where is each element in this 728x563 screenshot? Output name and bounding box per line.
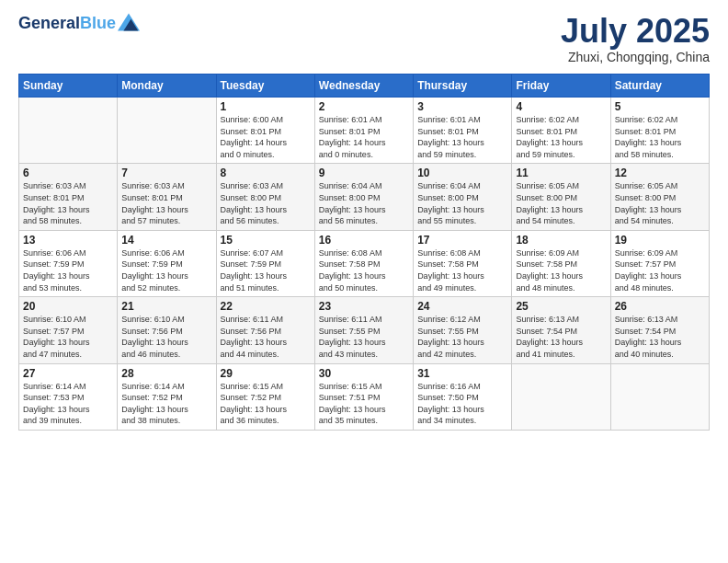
calendar-cell: 3Sunrise: 6:01 AM Sunset: 8:01 PM Daylig… [414,98,512,164]
day-number: 31 [417,367,507,380]
calendar-cell: 14Sunrise: 6:06 AM Sunset: 7:59 PM Dayli… [118,230,216,296]
calendar-cell: 29Sunrise: 6:15 AM Sunset: 7:52 PM Dayli… [216,363,314,430]
calendar-cell: 7Sunrise: 6:03 AM Sunset: 8:01 PM Daylig… [118,164,216,230]
day-number: 25 [516,300,606,313]
day-number: 8 [221,167,311,179]
day-number: 11 [516,167,606,179]
calendar-week-row: 27Sunrise: 6:14 AM Sunset: 7:53 PM Dayli… [19,363,710,430]
calendar-cell: 23Sunrise: 6:11 AM Sunset: 7:55 PM Dayli… [314,297,413,363]
day-info: Sunrise: 6:04 AM Sunset: 8:00 PM Dayligh… [319,180,409,226]
calendar-cell: 22Sunrise: 6:11 AM Sunset: 7:56 PM Dayli… [216,297,314,363]
day-info: Sunrise: 6:09 AM Sunset: 7:58 PM Dayligh… [516,247,606,293]
calendar-week-row: 13Sunrise: 6:06 AM Sunset: 7:59 PM Dayli… [19,230,710,296]
calendar-cell: 25Sunrise: 6:13 AM Sunset: 7:54 PM Dayli… [512,297,610,363]
day-number: 27 [23,367,113,380]
day-info: Sunrise: 6:15 AM Sunset: 7:51 PM Dayligh… [319,381,409,427]
calendar-cell: 18Sunrise: 6:09 AM Sunset: 7:58 PM Dayli… [512,230,610,296]
calendar-week-row: 6Sunrise: 6:03 AM Sunset: 8:01 PM Daylig… [19,164,710,230]
weekday-header-saturday: Saturday [610,75,709,98]
day-number: 26 [615,300,705,313]
calendar-table: SundayMondayTuesdayWednesdayThursdayFrid… [18,74,710,431]
day-info: Sunrise: 6:02 AM Sunset: 8:01 PM Dayligh… [615,114,705,160]
calendar-week-row: 1Sunrise: 6:00 AM Sunset: 8:01 PM Daylig… [19,98,710,164]
calendar-cell: 30Sunrise: 6:15 AM Sunset: 7:51 PM Dayli… [314,363,413,430]
day-info: Sunrise: 6:01 AM Sunset: 8:01 PM Dayligh… [319,114,409,160]
day-info: Sunrise: 6:05 AM Sunset: 8:00 PM Dayligh… [615,180,705,226]
day-number: 20 [23,300,113,313]
calendar-week-row: 20Sunrise: 6:10 AM Sunset: 7:57 PM Dayli… [19,297,710,363]
day-info: Sunrise: 6:06 AM Sunset: 7:59 PM Dayligh… [121,247,211,293]
day-number: 1 [221,100,311,113]
day-number: 18 [516,234,606,247]
weekday-header-monday: Monday [118,75,216,98]
header: GeneralBlue July 2025 Zhuxi, Chongqing, … [18,15,710,64]
calendar-cell: 31Sunrise: 6:16 AM Sunset: 7:50 PM Dayli… [414,363,512,430]
day-info: Sunrise: 6:11 AM Sunset: 7:56 PM Dayligh… [221,314,311,360]
day-info: Sunrise: 6:09 AM Sunset: 7:57 PM Dayligh… [615,247,705,293]
calendar-cell: 12Sunrise: 6:05 AM Sunset: 8:00 PM Dayli… [610,164,709,230]
day-number: 6 [23,167,113,179]
day-number: 5 [615,100,705,113]
day-info: Sunrise: 6:15 AM Sunset: 7:52 PM Dayligh… [221,381,311,427]
day-info: Sunrise: 6:08 AM Sunset: 7:58 PM Dayligh… [319,247,409,293]
day-number: 15 [221,234,311,247]
day-info: Sunrise: 6:02 AM Sunset: 8:01 PM Dayligh… [516,114,606,160]
day-number: 4 [516,100,606,113]
calendar-cell: 28Sunrise: 6:14 AM Sunset: 7:52 PM Dayli… [118,363,216,430]
title-block: July 2025 Zhuxi, Chongqing, China [561,15,710,64]
day-number: 21 [121,300,211,313]
day-number: 23 [319,300,409,313]
calendar-cell [610,363,709,430]
calendar-cell: 15Sunrise: 6:07 AM Sunset: 7:59 PM Dayli… [216,230,314,296]
day-info: Sunrise: 6:08 AM Sunset: 7:58 PM Dayligh… [417,247,507,293]
day-number: 7 [121,167,211,179]
day-number: 16 [319,234,409,247]
day-info: Sunrise: 6:03 AM Sunset: 8:00 PM Dayligh… [221,180,311,226]
day-number: 30 [319,367,409,380]
day-number: 9 [319,167,409,179]
calendar-cell: 13Sunrise: 6:06 AM Sunset: 7:59 PM Dayli… [19,230,118,296]
calendar-cell [118,98,216,164]
day-number: 29 [221,367,311,380]
calendar-cell: 11Sunrise: 6:05 AM Sunset: 8:00 PM Dayli… [512,164,610,230]
calendar-cell: 5Sunrise: 6:02 AM Sunset: 8:01 PM Daylig… [610,98,709,164]
day-info: Sunrise: 6:00 AM Sunset: 8:01 PM Dayligh… [221,114,311,160]
day-number: 2 [319,100,409,113]
calendar-cell: 19Sunrise: 6:09 AM Sunset: 7:57 PM Dayli… [610,230,709,296]
calendar-page: GeneralBlue July 2025 Zhuxi, Chongqing, … [0,0,728,563]
weekday-header-tuesday: Tuesday [216,75,314,98]
calendar-cell: 1Sunrise: 6:00 AM Sunset: 8:01 PM Daylig… [216,98,314,164]
calendar-cell: 17Sunrise: 6:08 AM Sunset: 7:58 PM Dayli… [414,230,512,296]
calendar-cell: 24Sunrise: 6:12 AM Sunset: 7:55 PM Dayli… [414,297,512,363]
calendar-cell: 2Sunrise: 6:01 AM Sunset: 8:01 PM Daylig… [314,98,413,164]
day-info: Sunrise: 6:05 AM Sunset: 8:00 PM Dayligh… [516,180,606,226]
day-number: 22 [221,300,311,313]
day-info: Sunrise: 6:11 AM Sunset: 7:55 PM Dayligh… [319,314,409,360]
weekday-header-thursday: Thursday [414,75,512,98]
day-info: Sunrise: 6:07 AM Sunset: 7:59 PM Dayligh… [221,247,311,293]
day-info: Sunrise: 6:06 AM Sunset: 7:59 PM Dayligh… [23,247,113,293]
weekday-header-sunday: Sunday [19,75,118,98]
calendar-cell: 27Sunrise: 6:14 AM Sunset: 7:53 PM Dayli… [19,363,118,430]
logo: GeneralBlue [18,15,140,33]
day-info: Sunrise: 6:16 AM Sunset: 7:50 PM Dayligh… [417,381,507,427]
logo-icon [118,13,140,31]
day-info: Sunrise: 6:04 AM Sunset: 8:00 PM Dayligh… [417,180,507,226]
day-info: Sunrise: 6:14 AM Sunset: 7:52 PM Dayligh… [121,381,211,427]
calendar-cell: 16Sunrise: 6:08 AM Sunset: 7:58 PM Dayli… [314,230,413,296]
calendar-cell: 6Sunrise: 6:03 AM Sunset: 8:01 PM Daylig… [19,164,118,230]
weekday-header-friday: Friday [512,75,610,98]
calendar-cell: 21Sunrise: 6:10 AM Sunset: 7:56 PM Dayli… [118,297,216,363]
calendar-cell: 20Sunrise: 6:10 AM Sunset: 7:57 PM Dayli… [19,297,118,363]
calendar-cell: 4Sunrise: 6:02 AM Sunset: 8:01 PM Daylig… [512,98,610,164]
weekday-header-row: SundayMondayTuesdayWednesdayThursdayFrid… [19,75,710,98]
calendar-cell: 8Sunrise: 6:03 AM Sunset: 8:00 PM Daylig… [216,164,314,230]
day-number: 12 [615,167,705,179]
month-title: July 2025 [561,15,710,48]
day-info: Sunrise: 6:03 AM Sunset: 8:01 PM Dayligh… [23,180,113,226]
day-info: Sunrise: 6:13 AM Sunset: 7:54 PM Dayligh… [516,314,606,360]
location: Zhuxi, Chongqing, China [561,50,710,64]
day-number: 13 [23,234,113,247]
day-number: 24 [417,300,507,313]
day-info: Sunrise: 6:14 AM Sunset: 7:53 PM Dayligh… [23,381,113,427]
